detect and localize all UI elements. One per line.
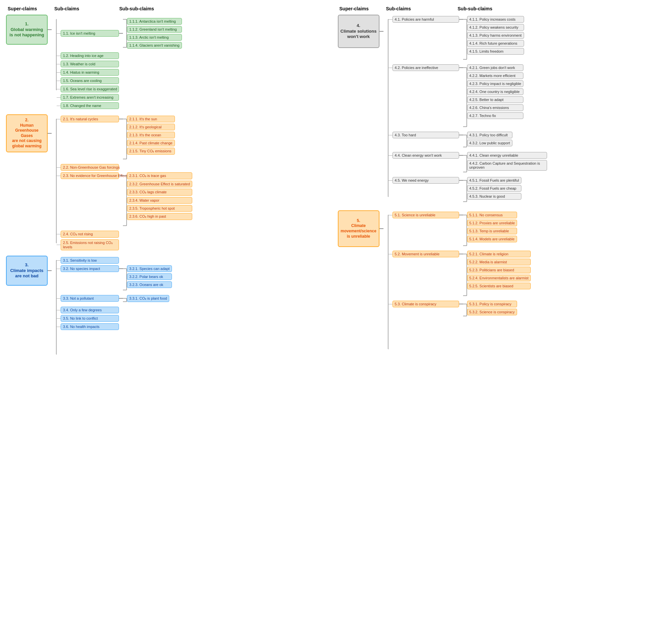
sub-2-2: 2.2. Non-Greenhouse Gas forcings [61,164,119,171]
subsub-4-2-3: 4.2.3. Policy impact is negligible [467,80,524,87]
bracket-3 [53,256,57,359]
left-header-super: Super-claims [8,6,54,11]
subsub-2-1-3: 2.1.3. It's the ocean [127,132,175,138]
subsub-5-3-2: 5.3.2. Science is conspiracy [467,309,517,315]
subsub-2-3-2: 2.3.2. Greenhouse Effect is saturated [127,181,192,187]
subsub-4-1-3: 4.1.3. Policy harms environment [467,32,524,39]
claim3-section: 3. Climate impacts are not bad 3.1. Sens… [6,256,333,359]
bracket-2-1 [123,116,127,162]
subsub-4-2-1: 4.2.1. Green jobs don't work [467,64,524,71]
subsub-5-3-1: 5.3.1. Policy is conspiracy [467,301,517,307]
sub-2-4: 2.4. CO₂ not rising [61,231,119,238]
subsub-5-1-3: 5.1.3. Temp is unreliable [467,228,518,234]
subsub-5-1-4: 5.1.4. Models are unreliable [467,236,518,242]
sub-2-3: 2.3. No evidence for Greenhouse Effect [61,172,119,179]
sub-4-2: 4.2. Policies are ineffective [392,64,459,71]
subsub-2-3-3: 2.3.3. CO₂ lags climate [127,189,192,196]
subsub-4-4-2: 4.4.2. Carbon Capture and Sequestration … [467,160,547,171]
subsub-2-1-4: 2.1.4. Past climate change [127,140,175,146]
subsub-5-2-4: 5.2.4. Environmentalists are alarmist [467,275,531,281]
bracket-5-3 [463,301,467,319]
sub-1-2: 1.2. Heading into ice age [61,52,119,59]
bracket-1-1 [123,16,127,51]
subsub-2-3-6: 2.3.6. CO₂ high in past [127,213,192,220]
bracket-4-1 [463,16,467,63]
bracket-5 [385,210,388,354]
subsub-4-5-2: 4.5.2. Fossil Fuels are cheap [467,185,521,192]
subsub-4-1-1: 4.1.1. Policy increases costs [467,16,524,23]
super-claim-3: 3. Climate impacts are not bad [6,256,48,286]
bracket-2-3 [123,172,127,229]
bracket-5-1 [463,212,467,249]
sub-1-4: 1.4. Hiatus in warming [61,69,119,76]
sub-1-6: 1.6. Sea level rise is exaggerated [61,86,119,92]
sub-3-2: 3.2. No species impact [61,265,119,272]
bracket-4-3 [463,132,467,150]
sub-1-3: 1.3. Weather is cold [61,61,119,67]
bracket-4-2 [463,64,467,130]
bracket-2 [53,114,57,248]
super-claim-4: 4. Climate solutions won't work [338,15,379,48]
subsub-4-2-2: 4.2.2. Markets more efficient [467,72,524,79]
left-header-sub: Sub-claims [54,6,119,11]
left-header-subsub: Sub-sub-claims [119,6,199,11]
subsub-4-3-1: 4.3.1. Policy too difficult [467,132,512,138]
super-claim-5: 5. Climate movement/science is unreliabl… [338,210,379,247]
subsub-5-2-3: 5.2.3. Politicians are biased [467,267,531,273]
subsub-1-1-3: 1.1.3. Arctic isn't melting [127,34,182,41]
subsub-4-1-5: 4.1.5. Limits freedom [467,48,524,55]
subsub-5-2-5: 5.2.5. Scientists are biased [467,282,531,289]
sub-5-2: 5.2. Movement is unreliable [392,251,459,257]
claim5-section: 5. Climate movement/science is unreliabl… [338,210,664,354]
subsub-4-2-6: 4.2.6. China's emissions [467,104,524,111]
super-claim-1: 1. Global warming is not happening [6,15,48,45]
bracket-4-5 [463,177,467,205]
subsub-3-2-2: 3.2.2. Polar bears ok [127,273,172,280]
right-header-subsub: Sub-sub-claims [458,6,545,11]
right-header-sub: Sub-claims [386,6,458,11]
sub-4-4: 4.4. Clean energy won't work [392,152,459,159]
sub-2-5: 2.5. Emissions not raising CO₂ levels [61,239,119,250]
subsub-4-2-7: 4.2.7. Techno fix [467,112,524,119]
bracket-4 [385,15,388,201]
bracket-3-2 [123,265,127,293]
bracket-3-3 [123,295,127,305]
sub-3-6: 3.6. No health impacts [61,323,119,330]
subsub-1-1-2: 1.1.2. Greenland isn't melting [127,26,182,33]
bracket-5-2 [463,251,467,299]
subsub-1-1-4: 1.1.4. Glaciers aren't vanishing [127,42,182,49]
subsub-4-5-1: 4.5.1. Fossil Fuels are plentiful [467,177,521,184]
sub-1-5: 1.5. Oceans are cooling [61,77,119,84]
subsub-5-1-2: 5.1.2. Proxies are unreliable [467,220,518,226]
subsub-3-2-3: 3.2.3. Oceans are ok [127,281,172,288]
subsub-4-4-1: 4.4.1. Clean energy unreliable [467,152,547,159]
subsub-4-5-3: 4.5.3. Nuclear is good [467,193,521,200]
subsub-4-2-4: 4.2.4. One country is negligible [467,88,524,95]
subsub-4-1-2: 4.1.2. Policy weakens security [467,24,524,31]
sub-2-1: 2.1. It's natural cycles [61,116,119,122]
subsub-2-1-2: 2.1.2. It's geological [127,124,175,130]
bracket-4-4 [463,152,467,175]
subsub-2-3-1: 2.3.1. CO₂ is trace gas [127,172,192,179]
right-header-super: Super-claims [339,6,386,11]
subsub-4-3-2: 4.3.2. Low public support [467,140,512,146]
sub-3-3: 3.3. Not a pollutant [61,295,119,302]
subsub-2-3-4: 2.3.4. Water vapor [127,197,192,204]
subsub-5-2-2: 5.2.2. Media is alarmist [467,259,531,265]
subsub-3-2-1: 3.2.1. Species can adapt [127,265,172,272]
sub-5-3: 5.3. Climate is conspiracy [392,301,459,307]
sub-3-4: 3.4. Only a few degrees [61,307,119,313]
sub-1-8: 1.8. Changed the name [61,102,119,109]
sub-3-5: 3.5. No link to conflict [61,315,119,322]
claim4-section: 4. Climate solutions won't work 4.1. Pol… [338,15,664,205]
sub-1-7: 1.7. Extremes aren't increasing [61,94,119,101]
subsub-5-2-1: 5.2.1. Climate is religion [467,251,531,257]
subsub-2-1-1: 2.1.1. It's the sun [127,116,175,122]
sub-4-3: 4.3. Too hard [392,132,459,138]
subsub-5-1-1: 5.1.1. No consensus [467,212,518,218]
super-claim-2: 2. Human Greenhouse Gases are not causin… [6,114,48,152]
claim1-section: 1. Global warming is not happening [6,15,333,109]
subsub-3-3-1: 3.3.1. CO₂ is plant food [127,295,169,302]
sub-4-1: 4.1. Policies are harmful [392,16,459,23]
subsub-4-2-5: 4.2.5. Better to adapt [467,96,524,103]
